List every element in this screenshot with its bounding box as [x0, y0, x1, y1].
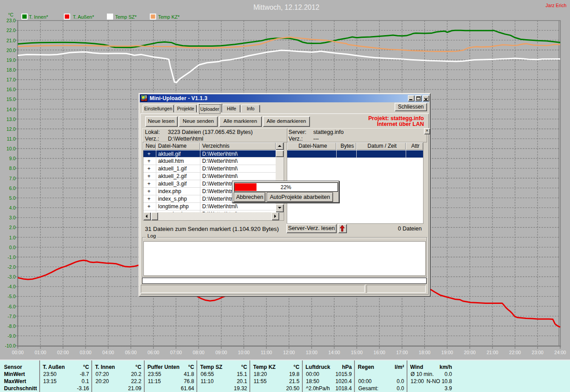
svg-text:19.0: 19.0	[7, 57, 16, 63]
svg-text:-10.0: -10.0	[5, 343, 16, 348]
svg-text:08:00: 08:00	[193, 350, 204, 355]
svg-text:20:00: 20:00	[464, 350, 476, 355]
svg-text:0.0: 0.0	[9, 245, 16, 250]
svg-text:1.0: 1.0	[9, 235, 16, 240]
svg-text:19:00: 19:00	[441, 350, 453, 355]
svg-text:-6.0: -6.0	[8, 304, 16, 309]
svg-text:06:00: 06:00	[147, 350, 159, 355]
svg-text:21.0: 21.0	[7, 38, 16, 43]
svg-text:-5.0: -5.0	[8, 294, 16, 299]
svg-text:18:00: 18:00	[419, 350, 430, 355]
svg-text:Temp KZ*: Temp KZ*	[158, 14, 180, 20]
svg-text:T. Außen*: T. Außen*	[73, 14, 94, 20]
svg-text:07:00: 07:00	[170, 350, 182, 355]
svg-text:2.0: 2.0	[9, 225, 16, 230]
svg-text:-2.0: -2.0	[8, 264, 16, 270]
svg-text:20.0: 20.0	[7, 48, 16, 53]
svg-text:12.0: 12.0	[7, 126, 16, 132]
svg-text:17.0: 17.0	[7, 77, 16, 82]
svg-text:16.0: 16.0	[7, 87, 16, 92]
svg-text:Temp SZ*: Temp SZ*	[115, 14, 137, 20]
svg-text:6.0: 6.0	[9, 186, 16, 191]
svg-text:00:00: 00:00	[12, 350, 24, 355]
svg-text:09:00: 09:00	[216, 350, 227, 355]
svg-text:-4.0: -4.0	[8, 284, 16, 289]
svg-text:4.0: 4.0	[9, 205, 16, 210]
svg-text:-8.0: -8.0	[8, 323, 16, 329]
svg-text:15:00: 15:00	[351, 350, 362, 355]
svg-text:8.0: 8.0	[9, 166, 16, 171]
svg-text:11:00: 11:00	[261, 350, 272, 355]
svg-text:-1.0: -1.0	[8, 255, 16, 260]
svg-text:24:00: 24:00	[554, 350, 566, 355]
svg-text:10.0: 10.0	[7, 146, 16, 151]
svg-text:23:00: 23:00	[532, 350, 543, 355]
svg-text:22:00: 22:00	[509, 350, 521, 355]
svg-text:05:00: 05:00	[125, 350, 137, 355]
svg-text:11.0: 11.0	[7, 136, 16, 141]
svg-text:22.0: 22.0	[7, 28, 16, 33]
svg-text:04:00: 04:00	[102, 350, 114, 355]
svg-text:Mittwoch, 12.12.2012: Mittwoch, 12.12.2012	[253, 4, 319, 11]
svg-text:°C: °C	[8, 12, 13, 17]
svg-text:15.0: 15.0	[7, 97, 16, 102]
svg-text:13.0: 13.0	[7, 117, 16, 122]
svg-text:5.0: 5.0	[9, 195, 16, 201]
svg-text:23.0: 23.0	[7, 18, 16, 23]
svg-text:17:00: 17:00	[396, 350, 408, 355]
svg-text:10:00: 10:00	[238, 350, 249, 355]
svg-text:7.0: 7.0	[9, 176, 16, 181]
svg-text:18.0: 18.0	[7, 67, 16, 73]
svg-text:01:00: 01:00	[35, 350, 46, 355]
svg-text:02:00: 02:00	[57, 350, 69, 355]
svg-text:T. Innen*: T. Innen*	[29, 14, 49, 20]
svg-text:14.0: 14.0	[7, 107, 16, 112]
svg-text:9.0: 9.0	[9, 156, 16, 161]
svg-text:-9.0: -9.0	[8, 333, 16, 339]
svg-text:14:00: 14:00	[328, 350, 340, 355]
svg-text:3.0: 3.0	[9, 215, 16, 220]
svg-text:13:00: 13:00	[306, 350, 318, 355]
svg-text:-7.0: -7.0	[8, 314, 16, 319]
svg-text:Jarz Erich: Jarz Erich	[546, 3, 566, 8]
svg-text:12:00: 12:00	[283, 350, 295, 355]
svg-text:-3.0: -3.0	[8, 274, 16, 279]
svg-text:16:00: 16:00	[374, 350, 385, 355]
svg-text:21:00: 21:00	[487, 350, 498, 355]
svg-text:03:00: 03:00	[80, 350, 91, 355]
